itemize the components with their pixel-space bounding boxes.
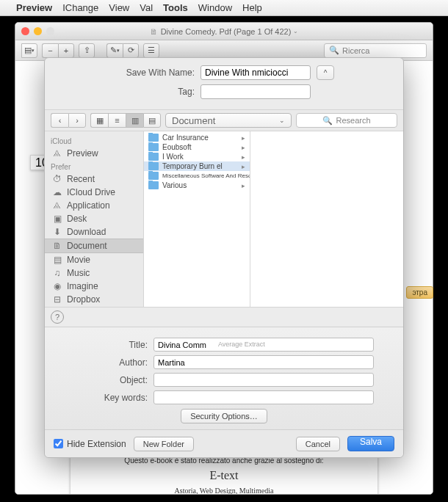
folder-icon <box>148 153 159 161</box>
zoom-in-button[interactable]: + <box>58 43 74 58</box>
save-button[interactable]: Salva <box>347 436 394 451</box>
folder-icon <box>148 134 159 142</box>
folder-icon <box>148 172 159 180</box>
view-columns-button[interactable]: ▥ <box>126 113 143 128</box>
toolbar-search[interactable]: 🔍 Ricerca <box>324 43 427 58</box>
doc-sub: Astoria, Web Design, Multimedia <box>88 487 360 494</box>
folder-item[interactable]: Various▸ <box>144 181 250 190</box>
search-placeholder: Ricerca <box>342 46 369 55</box>
title-hint: Average Extract <box>218 341 265 348</box>
folder-icon <box>148 181 159 189</box>
location-select-label: Document <box>172 115 215 126</box>
dialog-bottom-bar: Hide Extension New Folder Cancel Salva <box>45 429 403 457</box>
menu-window[interactable]: Window <box>198 2 232 13</box>
view-icons-button[interactable]: ▦ <box>90 113 108 128</box>
security-options-button[interactable]: Security Options… <box>181 409 267 423</box>
folder-item[interactable]: I Work▸ <box>144 152 250 161</box>
sidebar-header-icloud: iCloud <box>45 134 143 147</box>
metadata-section: Title: Average Extract Author: Object: K… <box>45 327 403 429</box>
sidebar-header-prefer: Prefer <box>45 160 143 172</box>
document-icon: 🗎 <box>52 241 62 251</box>
save-name-label: Save With Name: <box>114 68 195 78</box>
sidebar-toggle-button[interactable]: ▤▾ <box>21 43 37 58</box>
forward-button[interactable]: › <box>68 113 86 128</box>
save-name-input[interactable] <box>200 65 311 80</box>
menu-val[interactable]: Val <box>140 2 153 13</box>
folder-item[interactable]: Miscellaneous Software And Resources▸ <box>144 171 250 181</box>
minimize-button[interactable] <box>34 27 42 35</box>
highlight-button[interactable]: ✎▾ <box>106 43 123 58</box>
window-controls <box>21 27 54 35</box>
collapse-dialog-button[interactable]: ^ <box>317 65 334 80</box>
dropbox-icon: ⊟ <box>52 294 62 305</box>
chevron-right-icon: ▸ <box>242 134 245 142</box>
menu-tools[interactable]: Tools <box>163 2 188 13</box>
background-button-peek: этра <box>406 286 433 299</box>
object-input[interactable] <box>153 373 374 387</box>
back-button[interactable]: ‹ <box>51 113 68 128</box>
chevron-right-icon: ▸ <box>242 153 245 161</box>
download-icon: ⬇ <box>52 227 62 237</box>
sidebar-item-movie[interactable]: ▤Movie <box>45 253 143 266</box>
sidebar-item-application[interactable]: ⩓Application <box>45 199 143 212</box>
image-icon: ◉ <box>52 281 62 291</box>
sidebar-item-iclouddrive[interactable]: ☁ICloud Drive <box>45 186 143 199</box>
sidebar-item-desk[interactable]: ▣Desk <box>45 212 143 225</box>
music-icon: ♫ <box>52 268 62 278</box>
sidebar-item-imagine[interactable]: ◉Imagine <box>45 280 143 293</box>
sidebar-item-document[interactable]: 🗎Document <box>45 239 143 253</box>
folder-icon <box>148 162 159 170</box>
menu-help[interactable]: Help <box>242 2 262 13</box>
file-browser: iCloud ⩓Preview Prefer ⏱Recent ☁ICloud D… <box>45 131 403 308</box>
author-input[interactable] <box>153 355 374 369</box>
tag-label: Tag: <box>114 87 195 97</box>
window-title: Divine Comedy. Pdf (Page 1 Of 422) <box>161 27 292 36</box>
sidebar-item-music[interactable]: ♫Music <box>45 266 143 280</box>
cancel-button[interactable]: Cancel <box>296 437 340 451</box>
close-button[interactable] <box>21 27 29 35</box>
view-list-button[interactable]: ≡ <box>108 113 126 128</box>
browser-search[interactable]: 🔍 Research <box>296 113 397 128</box>
clock-icon: ⏱ <box>52 174 62 184</box>
rotate-button[interactable]: ⟳ <box>123 43 139 58</box>
search-icon: 🔍 <box>329 46 339 55</box>
location-select[interactable]: Document ⌄ <box>165 113 292 128</box>
folder-item[interactable]: Car Insurance▸ <box>144 133 250 142</box>
keywords-input[interactable] <box>153 390 374 404</box>
hide-extension-checkbox[interactable]: Hide Extension <box>54 439 126 449</box>
zoom-button[interactable] <box>46 27 54 35</box>
browser-column-1: Car Insurance▸ Eoubsoft▸ I Work▸ Tempora… <box>144 131 250 307</box>
new-folder-button[interactable]: New Folder <box>134 437 194 451</box>
share-button[interactable]: ⇪ <box>79 43 95 58</box>
menu-app[interactable]: Preview <box>16 2 52 13</box>
help-icon[interactable]: ? <box>51 310 64 324</box>
hide-extension-input[interactable] <box>54 439 63 448</box>
sidebar-header-device: Device <box>45 306 143 307</box>
view-gallery-button[interactable]: ▤ <box>143 113 161 128</box>
zoom-out-button[interactable]: − <box>42 43 58 58</box>
chevron-right-icon: ▸ <box>242 182 245 189</box>
folder-item[interactable]: Temporary Burn el▸ <box>144 161 250 171</box>
folder-icon <box>148 143 159 151</box>
document-icon: 🗎 <box>150 27 158 36</box>
search-icon: 🔍 <box>322 116 333 126</box>
sidebar-item-dropbox[interactable]: ⊟Dropbox <box>45 293 143 306</box>
doc-etext: E-text <box>88 469 360 482</box>
chevron-right-icon: ▸ <box>242 144 245 151</box>
preview-titlebar: 🗎 Divine Comedy. Pdf (Page 1 Of 422) ⌄ <box>15 23 433 40</box>
tag-input[interactable] <box>200 84 311 99</box>
menu-view[interactable]: View <box>109 2 129 13</box>
sidebar-item-download[interactable]: ⬇Download <box>45 225 143 239</box>
title-label: Title: <box>74 340 148 350</box>
sidebar-item-preview[interactable]: ⩓Preview <box>45 147 143 160</box>
title-dropdown-icon[interactable]: ⌄ <box>293 28 298 34</box>
browser-nav-bar: ‹ › ▦ ≡ ▥ ▤ Document ⌄ 🔍 Research <box>45 109 403 131</box>
browser-column-2 <box>250 131 403 307</box>
menubar: Preview IChange View Val Tools Window He… <box>0 0 448 16</box>
help-strip: ? <box>45 308 403 327</box>
sidebar-item-recent[interactable]: ⏱Recent <box>45 172 143 186</box>
menu-ichange[interactable]: IChange <box>62 2 98 13</box>
folder-item[interactable]: Eoubsoft▸ <box>144 142 250 152</box>
markup-button[interactable]: ☰ <box>143 43 159 58</box>
author-label: Author: <box>74 357 148 368</box>
